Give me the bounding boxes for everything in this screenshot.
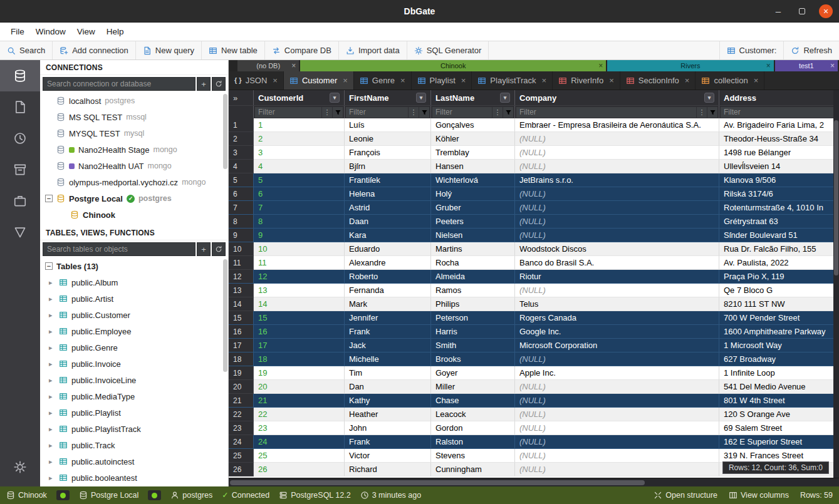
funnel-icon[interactable]: [503, 107, 513, 118]
table-item-public-customer[interactable]: ▸public.Customer: [40, 307, 228, 323]
table-row[interactable]: 77AstridGruber(NULL)Rotenturmstraße 4, 1…: [229, 201, 839, 215]
table-row[interactable]: 2525VictorStevens(NULL)319 N. Frances St…: [229, 449, 839, 463]
grid-cell[interactable]: 627 Broadway: [719, 352, 839, 366]
grid-cell[interactable]: 1498 rue Bélanger: [719, 146, 839, 160]
connection-item-postgre-local[interactable]: −Postgre Local✓postgres: [40, 190, 228, 207]
connection-item-ms-sql-test[interactable]: MS SQL TESTmssql: [40, 109, 228, 125]
row-number[interactable]: 2: [229, 132, 254, 146]
row-number[interactable]: 15: [229, 311, 254, 325]
grid-cell[interactable]: (NULL): [515, 160, 719, 173]
filter-input-company[interactable]: [516, 107, 696, 118]
grid-cell[interactable]: 12: [254, 270, 345, 284]
table-row[interactable]: 1313FernandaRamos(NULL)Qe 7 Bloco G: [229, 284, 839, 297]
row-number[interactable]: 19: [229, 366, 254, 380]
status-open-structure[interactable]: Open structure: [654, 491, 717, 500]
grid-cell[interactable]: 1 Infinite Loop: [719, 366, 839, 380]
row-number[interactable]: 23: [229, 421, 254, 435]
grid-cell[interactable]: Leacock: [431, 408, 515, 421]
add-connection-button[interactable]: +: [197, 77, 211, 91]
table-item-public-artist[interactable]: ▸public.Artist: [40, 291, 228, 307]
table-item-public-employee[interactable]: ▸public.Employee: [40, 323, 228, 339]
grid-cell[interactable]: 20: [254, 380, 345, 394]
grid-cell[interactable]: 10: [254, 242, 345, 256]
toolbar-search-button[interactable]: Search: [0, 41, 53, 59]
row-number[interactable]: 4: [229, 160, 254, 173]
row-number[interactable]: 16: [229, 325, 254, 339]
chevron-down-icon[interactable]: ▾: [704, 93, 714, 103]
grid-cell[interactable]: Peterson: [431, 311, 515, 325]
table-row[interactable]: 1818MichelleBrooks(NULL)627 Broadway: [229, 352, 839, 366]
row-number[interactable]: 1: [229, 118, 254, 132]
tab-group-test1[interactable]: test1×: [775, 60, 838, 71]
grid-cell[interactable]: (NULL): [515, 435, 719, 449]
grid-cell[interactable]: (NULL): [515, 352, 719, 366]
grid-cell[interactable]: Heather: [345, 408, 431, 421]
dots-icon[interactable]: ⋮: [697, 107, 707, 118]
grid-cell[interactable]: Banco do Brasil S.A.: [515, 256, 719, 270]
chevron-right-icon[interactable]: ▸: [49, 393, 55, 401]
grid-cell[interactable]: Av. Brigadeiro Faria Lima, 2: [719, 118, 839, 132]
grid-cell[interactable]: 1: [254, 118, 345, 132]
table-row[interactable]: 22LeonieKöhler(NULL)Theodor-Heuss-Straße…: [229, 132, 839, 146]
grid-cell[interactable]: Frantiſek: [345, 173, 431, 187]
chevron-right-icon[interactable]: ▸: [49, 441, 55, 450]
table-row[interactable]: 2121KathyChase(NULL)801 W 4th Street: [229, 394, 839, 408]
table-row[interactable]: 2424FrankRalston(NULL)162 E Superior Str…: [229, 435, 839, 449]
grid-cell[interactable]: 7: [254, 201, 345, 215]
grid-cell[interactable]: JetBrains s.r.o.: [515, 173, 719, 187]
tab-sectioninfo[interactable]: SectionInfo×: [620, 71, 696, 90]
connections-scrollbar[interactable]: [223, 94, 227, 169]
dots-icon[interactable]: ⋮: [409, 107, 419, 118]
grid-cell[interactable]: Tremblay: [431, 146, 515, 160]
grid-cell[interactable]: Kara: [345, 229, 431, 242]
grid-cell[interactable]: Stevens: [431, 449, 515, 463]
grid-cell[interactable]: 19: [254, 366, 345, 380]
grid-cell[interactable]: Köhler: [431, 132, 515, 146]
grid-cell[interactable]: 4: [254, 160, 345, 173]
close-icon[interactable]: ×: [754, 76, 759, 85]
close-icon[interactable]: ×: [542, 76, 547, 85]
tab-json[interactable]: { }JSON×: [229, 71, 284, 90]
grid-cell[interactable]: 5: [254, 173, 345, 187]
chevron-down-icon[interactable]: ▾: [500, 93, 510, 103]
column-header-lastname[interactable]: LastName▾: [431, 90, 515, 105]
close-icon[interactable]: ×: [685, 76, 690, 85]
grid-cell[interactable]: François: [345, 146, 431, 160]
close-icon[interactable]: ×: [400, 76, 405, 85]
table-row[interactable]: 33FrançoisTremblay(NULL)1498 rue Bélange…: [229, 146, 839, 160]
grid-cell[interactable]: Hansen: [431, 160, 515, 173]
grid-cell[interactable]: Almeida: [431, 270, 515, 284]
table-item-public-track[interactable]: ▸public.Track: [40, 437, 228, 453]
grid-cell[interactable]: 120 S Orange Ave: [719, 408, 839, 421]
grid-cell[interactable]: Kathy: [345, 394, 431, 408]
rail-briefcase-button[interactable]: [0, 185, 40, 217]
grid-cell[interactable]: Philips: [431, 297, 515, 311]
row-number[interactable]: 17: [229, 339, 254, 352]
tables-group[interactable]: −Tables (13): [40, 258, 228, 274]
close-icon[interactable]: ×: [766, 61, 771, 70]
grid-cell[interactable]: Frank: [345, 325, 431, 339]
minimize-button[interactable]: –: [771, 4, 785, 18]
rail-database-button[interactable]: [0, 60, 40, 91]
tab-riverinfo[interactable]: RiverInfo×: [553, 71, 620, 90]
grid-cell[interactable]: (NULL): [515, 449, 719, 463]
toolbar-new-table-button[interactable]: New table: [202, 41, 265, 59]
grid-cell[interactable]: 13: [254, 284, 345, 297]
grid-cell[interactable]: 801 W 4th Street: [719, 394, 839, 408]
rail-filter-button[interactable]: [0, 217, 40, 248]
grid-cell[interactable]: Tim: [345, 366, 431, 380]
grid-cell[interactable]: Holý: [431, 187, 515, 201]
status-connected[interactable]: ✓Connected: [222, 491, 269, 500]
table-row[interactable]: 66HelenaHolý(NULL)Rilská 3174/6: [229, 187, 839, 201]
grid-cell[interactable]: 22: [254, 408, 345, 421]
table-item-public-playlisttrack[interactable]: ▸public.PlaylistTrack: [40, 421, 228, 437]
grid-cell[interactable]: (NULL): [515, 132, 719, 146]
filter-input-firstname[interactable]: [346, 107, 408, 118]
grid-cell[interactable]: 15: [254, 311, 345, 325]
connection-item-chinook[interactable]: Chinook: [40, 207, 228, 223]
refresh-tables-button[interactable]: [212, 242, 226, 256]
grid-cell[interactable]: Av. Paulista, 2022: [719, 256, 839, 270]
grid-cell[interactable]: Qe 7 Bloco G: [719, 284, 839, 297]
status-view-columns[interactable]: View columns: [729, 491, 789, 500]
toolbar-import-data-button[interactable]: Import data: [339, 41, 407, 59]
